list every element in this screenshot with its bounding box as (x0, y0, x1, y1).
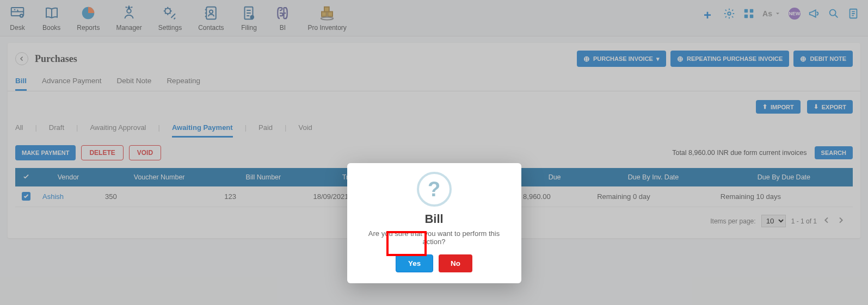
modal-title: Bill (357, 212, 512, 226)
modal-message: Are you sure that you want to perform th… (357, 229, 512, 246)
modal-no-button[interactable]: No (439, 254, 472, 272)
question-icon: ? (417, 172, 452, 207)
confirm-modal: ? Bill Are you sure that you want to per… (347, 163, 521, 283)
modal-yes-button[interactable]: Yes (396, 254, 433, 272)
